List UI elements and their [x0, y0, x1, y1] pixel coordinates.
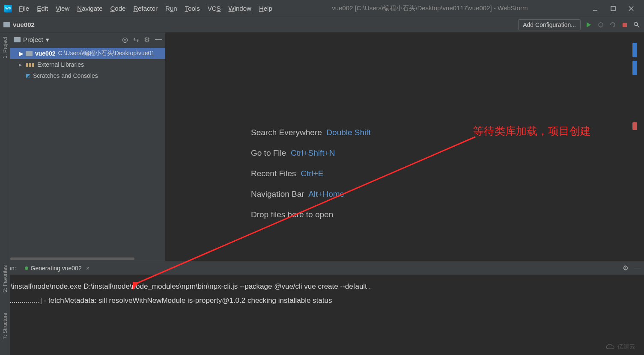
sidebar-tab-structure[interactable]: 7: Structure	[2, 311, 8, 341]
folder-icon	[14, 37, 21, 42]
run-icon[interactable]	[585, 21, 593, 29]
hint-nav-kbd: Alt+Home	[308, 189, 344, 198]
hint-goto-kbd: Ctrl+Shift+N	[291, 148, 335, 157]
editor-area[interactable]: Search Everywhere Double Shift Go to Fil…	[165, 33, 644, 261]
scratch-icon: ◩	[26, 73, 30, 79]
window-controls	[584, 3, 642, 14]
folder-icon	[26, 51, 33, 56]
hint-search-kbd: Double Shift	[326, 128, 371, 137]
menu-view[interactable]: View	[52, 3, 73, 14]
console-line-2: [.................] - fetchMetadata: sil…	[3, 296, 332, 305]
menu-vcs[interactable]: VCS	[204, 3, 224, 14]
menu-file[interactable]: File	[15, 3, 33, 14]
hint-nav: Navigation Bar	[251, 189, 304, 198]
minimize-button[interactable]	[590, 3, 600, 14]
hint-goto: Go to File	[251, 148, 286, 157]
toolbar-right: Add Configuration...	[518, 19, 641, 30]
menu-refactor[interactable]: Refactor	[130, 3, 161, 14]
run-panel: Run: Generating vue002 × ⚙ — D:\install\…	[0, 261, 644, 355]
toolbar: vue002 Add Configuration...	[0, 17, 644, 33]
run-tab[interactable]: Generating vue002 ×	[21, 263, 93, 273]
title-bar: WS File Edit View Navigate Code Refactor…	[0, 0, 644, 17]
menu-navigate[interactable]: Navigate	[74, 3, 106, 14]
app-icon: WS	[4, 5, 12, 12]
tree-scratches[interactable]: ◩ Scratches and Consoles	[10, 70, 165, 81]
folder-icon	[3, 22, 10, 27]
menu-bar: File Edit View Navigate Code Refactor Ru…	[15, 3, 276, 14]
main-area: 1: Project Project ▾ ◎ ⇆ ⚙ — ▶ vue002 C:…	[0, 33, 644, 261]
sidebar-tab-favorites[interactable]: 2: Favorites	[2, 263, 8, 294]
project-horizontal-scrollbar[interactable]	[10, 257, 165, 261]
project-panel-header: Project ▾ ◎ ⇆ ⚙ —	[10, 33, 165, 47]
svg-marker-4	[587, 22, 591, 27]
left-gutter-bottom: 2: Favorites 7: Structure	[0, 261, 10, 355]
console-output[interactable]: D:\install\node\node.exe D:\install\node…	[0, 275, 644, 355]
hint-search: Search Everywhere	[251, 128, 322, 137]
project-label: Project	[23, 36, 43, 43]
hint-recent: Recent Files	[251, 169, 296, 178]
project-panel-title[interactable]: Project ▾	[14, 36, 49, 44]
annotation-text: 等待类库加载，项目创建	[473, 124, 591, 138]
hint-drop: Drop files here to open	[251, 210, 333, 219]
project-tree[interactable]: ▶ vue002 C:\Users\编程小石头\Desktop\vue01 ▸ …	[10, 47, 165, 257]
run-tab-label: Generating vue002	[31, 265, 82, 272]
menu-help[interactable]: Help	[256, 3, 276, 14]
tree-root-path: C:\Users\编程小石头\Desktop\vue01	[58, 50, 155, 57]
chevron-right-icon[interactable]: ▸	[19, 61, 23, 68]
chevron-down-icon: ▾	[46, 36, 49, 44]
project-header-tools: ◎ ⇆ ⚙ —	[122, 36, 162, 44]
locate-icon[interactable]: ◎	[122, 36, 128, 44]
collapse-icon[interactable]: ⇆	[133, 36, 139, 44]
left-gutter: 1: Project	[0, 33, 10, 261]
close-button[interactable]	[626, 3, 636, 14]
right-stub-1	[632, 43, 637, 57]
debug-icon[interactable]	[597, 21, 605, 29]
library-icon: ▮▮▮	[26, 62, 35, 68]
right-stub-3	[632, 122, 637, 130]
chevron-right-icon[interactable]: ▶	[19, 50, 23, 57]
breadcrumb-label: vue002	[13, 21, 35, 28]
right-edge	[625, 17, 644, 355]
hide-icon[interactable]: —	[155, 36, 162, 44]
maximize-button[interactable]	[608, 3, 618, 14]
svg-rect-1	[611, 6, 615, 11]
running-indicator-icon	[25, 266, 28, 270]
window-title: vue002 [C:\Users\编程小石头\Desktop\vue0117\v…	[276, 4, 584, 12]
tree-external-libraries[interactable]: ▸ ▮▮▮ External Libraries	[10, 59, 165, 70]
menu-code[interactable]: Code	[107, 3, 129, 14]
coverage-icon[interactable]	[609, 21, 617, 29]
close-icon[interactable]: ×	[86, 265, 89, 272]
tree-label: Scratches and Consoles	[33, 72, 98, 79]
tree-root[interactable]: ▶ vue002 C:\Users\编程小石头\Desktop\vue01	[10, 48, 165, 59]
gear-icon[interactable]: ⚙	[144, 36, 150, 44]
svg-point-5	[599, 23, 603, 27]
right-stub-2	[632, 61, 637, 75]
welcome-hints: Search Everywhere Double Shift Go to Fil…	[251, 122, 371, 225]
menu-edit[interactable]: Edit	[33, 3, 51, 14]
run-tabs: Run: Generating vue002 × ⚙ —	[0, 261, 644, 275]
tree-label: External Libraries	[37, 61, 84, 68]
menu-tools[interactable]: Tools	[182, 3, 203, 14]
watermark-text: 亿速云	[617, 343, 635, 351]
sidebar-tab-project[interactable]: 1: Project	[2, 35, 8, 60]
breadcrumb[interactable]: vue002	[3, 21, 35, 28]
cloud-icon	[605, 343, 615, 350]
add-configuration-button[interactable]: Add Configuration...	[518, 19, 581, 30]
project-panel: Project ▾ ◎ ⇆ ⚙ — ▶ vue002 C:\Users\编程小石…	[10, 33, 165, 261]
console-line-1: D:\install\node\node.exe D:\install\node…	[3, 282, 371, 290]
tree-root-name: vue002	[35, 50, 55, 57]
watermark: 亿速云	[605, 343, 635, 351]
hint-recent-kbd: Ctrl+E	[301, 169, 323, 178]
menu-window[interactable]: Window	[225, 3, 255, 14]
menu-run[interactable]: Run	[162, 3, 181, 14]
